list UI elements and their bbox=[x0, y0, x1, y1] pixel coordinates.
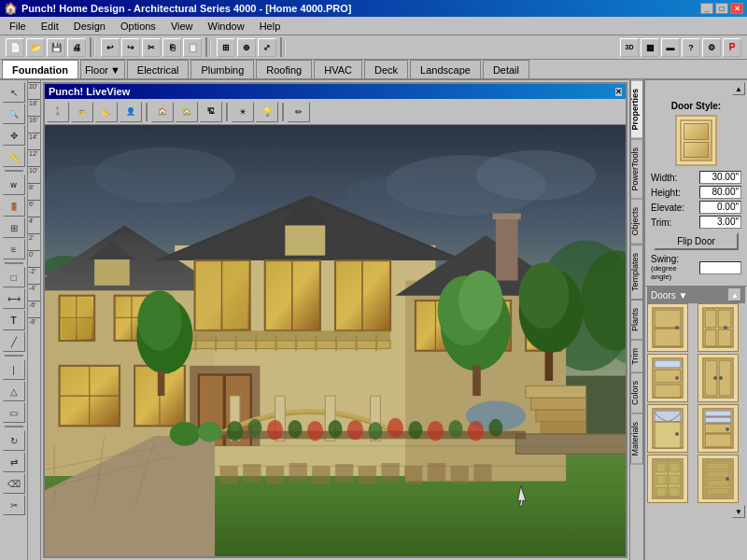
roof-tool[interactable]: △ bbox=[3, 381, 25, 401]
pan-tool[interactable]: ✥ bbox=[3, 125, 25, 146]
svg-rect-68 bbox=[335, 336, 337, 351]
door-thumb-7[interactable] bbox=[647, 455, 688, 503]
swing-label: Swing: bbox=[651, 254, 699, 264]
copy-button[interactable]: ⎘ bbox=[162, 38, 181, 57]
wall-tool[interactable]: W bbox=[3, 175, 25, 195]
room-tool[interactable]: □ bbox=[3, 267, 25, 287]
menu-options[interactable]: Options bbox=[113, 19, 163, 34]
column-tool[interactable]: | bbox=[3, 359, 25, 380]
tab-plumbing[interactable]: Plumbing bbox=[190, 60, 254, 78]
door-thumb-6[interactable] bbox=[698, 404, 739, 453]
stair-tool[interactable]: ≡ bbox=[3, 239, 25, 259]
menu-design[interactable]: Design bbox=[66, 19, 113, 34]
zoom-extents-button[interactable]: ⤢ bbox=[258, 38, 276, 57]
flip-door-button[interactable]: Flip Door bbox=[654, 232, 739, 250]
vtab-colors[interactable]: Colors bbox=[630, 372, 643, 413]
vtab-plants[interactable]: Plants bbox=[630, 300, 643, 340]
doors-scroll-up[interactable]: ▲ bbox=[728, 288, 741, 301]
measure-tool[interactable]: 📏 bbox=[3, 147, 25, 167]
print-button[interactable]: 🖨 bbox=[67, 38, 86, 57]
grid-button[interactable]: ⊞ bbox=[217, 38, 235, 57]
vtab-trim[interactable]: Trim bbox=[630, 340, 643, 373]
tab-foundation[interactable]: Foundation bbox=[2, 60, 78, 78]
lv-light-btn[interactable]: 💡 bbox=[256, 102, 278, 122]
lv-house-btn[interactable]: 🏠 bbox=[151, 102, 174, 122]
tab-landscape[interactable]: Landscape bbox=[410, 60, 481, 78]
minimize-button[interactable]: _ bbox=[700, 3, 713, 14]
door-thumb-3[interactable] bbox=[647, 354, 688, 402]
lv-walk-btn[interactable]: 🚶 bbox=[47, 102, 69, 122]
menu-view[interactable]: View bbox=[163, 19, 201, 34]
lv-pencil-btn[interactable]: ✏ bbox=[288, 102, 310, 122]
width-value[interactable]: 30.00" bbox=[699, 171, 741, 184]
plan-view-button[interactable]: ▦ bbox=[641, 38, 659, 57]
tab-deck[interactable]: Deck bbox=[364, 60, 408, 78]
swing-value[interactable] bbox=[699, 261, 741, 274]
ruler-18: 18' bbox=[28, 99, 40, 116]
settings-button[interactable]: ⚙ bbox=[702, 38, 721, 57]
elevate-value[interactable]: 0.00" bbox=[699, 201, 741, 214]
trim-tool[interactable]: ✂ bbox=[3, 495, 25, 515]
paste-button[interactable]: 📋 bbox=[183, 38, 202, 57]
lv-sun-btn[interactable]: ☀ bbox=[232, 102, 254, 122]
vtab-materials[interactable]: Materials bbox=[630, 413, 643, 465]
elevation-button[interactable]: ▬ bbox=[661, 38, 680, 57]
line-tool[interactable]: ╱ bbox=[3, 331, 25, 352]
close-button[interactable]: ✕ bbox=[730, 3, 743, 14]
menu-help[interactable]: Help bbox=[252, 19, 289, 34]
window-controls[interactable]: _ □ ✕ bbox=[700, 3, 743, 14]
snap-button[interactable]: ⊕ bbox=[237, 38, 256, 57]
menu-window[interactable]: Window bbox=[201, 19, 252, 34]
door-thumb-8[interactable] bbox=[698, 455, 739, 503]
vtab-properties[interactable]: Properties bbox=[630, 80, 643, 139]
liveview-canvas[interactable] bbox=[45, 125, 626, 556]
new-button[interactable]: 📄 bbox=[6, 38, 24, 57]
tab-detail[interactable]: Detail bbox=[483, 60, 529, 78]
text-tool[interactable]: T bbox=[3, 310, 25, 330]
vtab-objects[interactable]: Objects bbox=[630, 199, 643, 245]
maximize-button[interactable]: □ bbox=[715, 3, 728, 14]
window-tool[interactable]: ⊞ bbox=[3, 217, 25, 238]
tab-hvac[interactable]: HVAC bbox=[314, 60, 362, 78]
mirror-tool[interactable]: ⇄ bbox=[3, 452, 25, 472]
3d-view-button[interactable]: 3D bbox=[620, 38, 639, 57]
door-thumb-2[interactable] bbox=[698, 303, 739, 352]
lv-building-btn[interactable]: 🏗 bbox=[200, 102, 222, 122]
menu-edit[interactable]: Edit bbox=[34, 19, 66, 34]
lv-house2-btn[interactable]: 🏡 bbox=[176, 102, 198, 122]
door-tool[interactable]: 🚪 bbox=[3, 196, 25, 217]
lv-person-btn[interactable]: 👤 bbox=[120, 102, 142, 122]
save-button[interactable]: 💾 bbox=[47, 38, 65, 57]
tab-floor[interactable]: Floor ▼ bbox=[80, 60, 125, 78]
zoom-tool[interactable]: 🔍 bbox=[3, 104, 25, 124]
height-value[interactable]: 80.00" bbox=[699, 186, 741, 199]
open-button[interactable]: 📂 bbox=[26, 38, 45, 57]
rotate-tool[interactable]: ↻ bbox=[3, 430, 25, 451]
door-thumb-5[interactable] bbox=[647, 404, 688, 453]
ruler-8: 8' bbox=[28, 183, 40, 200]
select-tool[interactable]: ↖ bbox=[3, 82, 25, 103]
undo-button[interactable]: ↩ bbox=[101, 38, 120, 57]
panel-scroll-up[interactable]: ▲ bbox=[732, 82, 745, 95]
liveview-close[interactable]: ✕ bbox=[615, 88, 622, 96]
menu-file[interactable]: File bbox=[2, 19, 34, 34]
erase-tool[interactable]: ⌫ bbox=[3, 473, 25, 494]
panel-scroll-down[interactable]: ▼ bbox=[732, 505, 745, 518]
tab-floor-arrow: ▼ bbox=[110, 64, 120, 76]
dimension-tool[interactable]: ⟷ bbox=[3, 288, 25, 309]
door-thumb-4[interactable] bbox=[698, 354, 739, 402]
vtab-templates[interactable]: Templates bbox=[630, 245, 643, 300]
help-button[interactable]: ? bbox=[682, 38, 700, 57]
lv-helicopter-btn[interactable]: 🚁 bbox=[71, 102, 93, 122]
lv-elevation-btn[interactable]: 📐 bbox=[95, 102, 118, 122]
vtab-powertools[interactable]: PowerTools bbox=[630, 139, 643, 200]
tab-roofing[interactable]: Roofing bbox=[256, 60, 312, 78]
deck-tool[interactable]: ▭ bbox=[3, 402, 25, 423]
redo-button[interactable]: ↪ bbox=[121, 38, 140, 57]
tab-electrical[interactable]: Electrical bbox=[127, 60, 190, 78]
trim-value[interactable]: 3.00" bbox=[699, 216, 741, 229]
cut-button[interactable]: ✂ bbox=[142, 38, 161, 57]
door-thumb-1[interactable] bbox=[647, 303, 688, 352]
lv-sep-3 bbox=[282, 103, 284, 121]
svg-point-2 bbox=[475, 150, 596, 201]
